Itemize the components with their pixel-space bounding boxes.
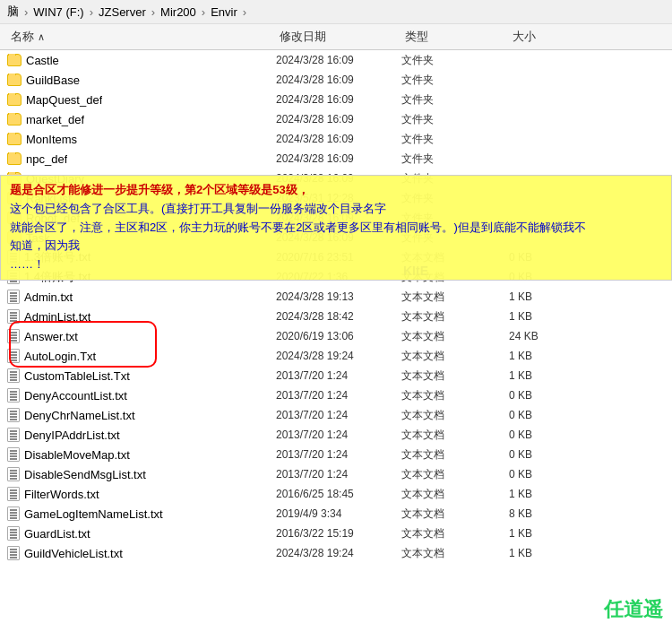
table-row[interactable]: Answer.txt2020/6/19 13:06文本文档24 KB: [0, 326, 672, 346]
file-type: 文本文档: [401, 506, 509, 522]
file-modified: 2013/7/20 1:24: [276, 409, 401, 421]
file-type: 文件夹: [401, 152, 509, 167]
file-size: 0 KB: [509, 409, 581, 421]
txt-file-icon: [7, 349, 20, 363]
file-modified: 2013/7/20 1:24: [276, 429, 401, 441]
file-name-label: GuardList.txt: [24, 527, 90, 541]
file-size: 1 KB: [509, 310, 581, 323]
table-row[interactable]: Castle2024/3/28 16:09文件夹: [0, 50, 672, 70]
table-row[interactable]: GuardList.txt2016/3/22 15:19文本文档1 KB: [0, 524, 672, 543]
table-row[interactable]: MonItems2024/3/28 16:09文件夹: [0, 129, 672, 149]
overlay-popup: 题是合区才能修进一步提升等级，第2个区域等级是53级， 这个包已经包含了合区工具…: [0, 175, 672, 281]
file-name-label: npc_def: [26, 152, 67, 166]
col-size[interactable]: 大小: [509, 27, 581, 47]
txt-file-icon: [7, 506, 20, 521]
table-row[interactable]: DisableMoveMap.txt2013/7/20 1:24文本文档0 KB: [0, 445, 672, 464]
table-row[interactable]: market_def2024/3/28 16:09文件夹: [0, 109, 672, 129]
table-row[interactable]: DenyIPAddrList.txt2013/7/20 1:24文本文档0 KB: [0, 425, 672, 445]
file-name-label: CustomTableList.Txt: [24, 369, 130, 383]
file-size: 1 KB: [509, 369, 581, 382]
col-name[interactable]: 名称 ∧: [7, 27, 276, 47]
file-modified: 2024/3/28 19:13: [276, 290, 401, 303]
txt-file-icon: [7, 309, 20, 324]
col-modified[interactable]: 修改日期: [276, 27, 401, 47]
file-modified: 2024/3/28 16:09: [276, 113, 401, 126]
file-modified: 2013/7/20 1:24: [276, 369, 401, 382]
file-type: 文本文档: [401, 428, 509, 443]
table-row[interactable]: GuildVehicleList.txt2024/3/28 19:24文本文档1…: [0, 543, 672, 563]
file-name-label: FilterWords.txt: [24, 488, 99, 501]
table-row[interactable]: GameLogItemNameList.txt2019/4/9 3:34文本文档…: [0, 504, 672, 524]
file-modified: 2020/6/19 13:06: [276, 330, 401, 342]
table-row[interactable]: DenyChrNameList.txt2013/7/20 1:24文本文档0 K…: [0, 405, 672, 425]
file-name-label: MapQuest_def: [26, 93, 102, 107]
file-type: 文本文档: [401, 329, 509, 344]
file-type: 文本文档: [401, 526, 509, 541]
table-row[interactable]: AdminList.txt2024/3/28 18:42文本文档1 KB: [0, 307, 672, 326]
file-size: 24 KB: [509, 330, 581, 342]
file-type: 文本文档: [401, 309, 509, 325]
file-modified: 2013/7/20 1:24: [276, 468, 401, 480]
folder-icon: [7, 93, 22, 106]
file-name-label: DenyAccountList.txt: [24, 389, 127, 403]
breadcrumb: 脑 › WIN7 (F:) › JZServer › Mir200 › Envi…: [0, 0, 672, 24]
txt-file-icon: [7, 447, 20, 462]
folder-icon: [7, 152, 22, 165]
col-type[interactable]: 类型: [401, 27, 509, 47]
breadcrumb-brain: 脑: [7, 4, 19, 20]
overlay-line3: 就能合区了，注意，主区和2区，你主力玩的账号不要在2区或者更多区里有相同账号。)…: [10, 219, 662, 238]
file-modified: 2013/7/20 1:24: [276, 448, 401, 461]
file-type: 文本文档: [401, 368, 509, 384]
file-name-label: DisableMoveMap.txt: [24, 448, 130, 462]
table-row[interactable]: GuildBase2024/3/28 16:09文件夹: [0, 70, 672, 90]
table-row[interactable]: DenyAccountList.txt2013/7/20 1:24文本文档0 K…: [0, 385, 672, 405]
watermark: 任道遥: [604, 596, 663, 623]
file-type: 文本文档: [401, 388, 509, 403]
file-type: 文件夹: [401, 112, 509, 127]
file-size: 8 KB: [509, 507, 581, 520]
file-name-label: AutoLogin.Txt: [24, 350, 96, 363]
file-modified: 2016/3/22 15:19: [276, 527, 401, 540]
breadcrumb-drive[interactable]: WIN7 (F:): [33, 5, 83, 19]
table-row[interactable]: DisableSendMsgList.txt2013/7/20 1:24文本文档…: [0, 464, 672, 484]
breadcrumb-jzserver[interactable]: JZServer: [99, 5, 146, 19]
table-row[interactable]: MapQuest_def2024/3/28 16:09文件夹: [0, 90, 672, 109]
table-row[interactable]: FilterWords.txt2016/6/25 18:45文本文档1 KB: [0, 484, 672, 504]
overlay-line5: ……！: [10, 255, 662, 274]
file-size: 0 KB: [509, 429, 581, 441]
file-size: 0 KB: [509, 389, 581, 402]
breadcrumb-mir200[interactable]: Mir200: [160, 5, 196, 19]
folder-icon: [7, 74, 22, 86]
table-row[interactable]: Admin.txt2024/3/28 19:13文本文档1 KB: [0, 287, 672, 307]
file-type: 文本文档: [401, 408, 509, 423]
file-name-label: DisableSendMsgList.txt: [24, 468, 146, 481]
file-name-label: market_def: [26, 113, 84, 126]
file-name-label: DenyChrNameList.txt: [24, 409, 135, 422]
file-type: 文本文档: [401, 349, 509, 364]
file-name-label: MonItems: [26, 133, 77, 146]
folder-icon: [7, 54, 22, 66]
file-modified: 2016/6/25 18:45: [276, 488, 401, 500]
file-type: 文本文档: [401, 546, 509, 561]
file-name-label: Castle: [26, 54, 59, 67]
txt-file-icon: [7, 487, 20, 501]
file-size: 1 KB: [509, 527, 581, 540]
breadcrumb-envir[interactable]: Envir: [211, 5, 237, 19]
folder-icon: [7, 133, 22, 145]
table-row[interactable]: CustomTableList.Txt2013/7/20 1:24文本文档1 K…: [0, 366, 672, 385]
file-modified: 2024/3/28 18:42: [276, 310, 401, 323]
table-row[interactable]: npc_def2024/3/28 16:09文件夹: [0, 149, 672, 169]
file-name-label: GuildBase: [26, 74, 80, 87]
file-size: 1 KB: [509, 547, 581, 559]
overlay-line1: 题是合区才能修进一步提升等级，第2个区域等级是53级，: [10, 181, 662, 200]
file-modified: 2024/3/28 16:09: [276, 133, 401, 145]
table-row[interactable]: AutoLogin.Txt2024/3/28 19:24文本文档1 KB: [0, 346, 672, 366]
file-modified: 2024/3/28 16:09: [276, 152, 401, 165]
file-size: 1 KB: [509, 488, 581, 500]
file-name-label: GuildVehicleList.txt: [24, 547, 123, 560]
file-type: 文件夹: [401, 53, 509, 68]
file-size: 1 KB: [509, 290, 581, 303]
file-modified: 2024/3/28 19:24: [276, 350, 401, 362]
file-name-label: DenyIPAddrList.txt: [24, 429, 120, 442]
file-modified: 2013/7/20 1:24: [276, 389, 401, 402]
